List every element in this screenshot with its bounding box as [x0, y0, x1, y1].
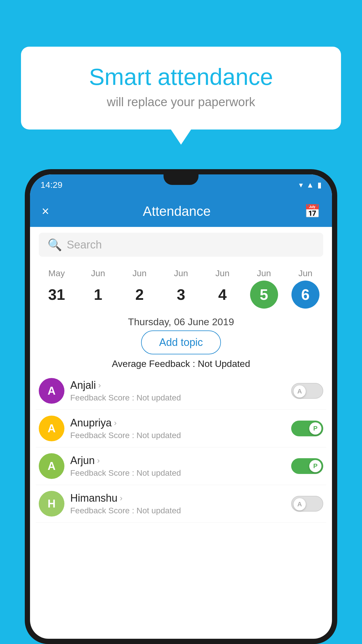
- chevron-icon: ›: [120, 494, 122, 503]
- search-icon: 🔍: [48, 238, 62, 252]
- student-list: AAnjali ›Feedback Score : Not updatedAAA…: [30, 372, 332, 523]
- feedback-score: Feedback Score : Not updated: [70, 506, 285, 515]
- calendar-button[interactable]: 📅: [304, 204, 320, 219]
- feedback-score: Feedback Score : Not updated: [70, 468, 285, 478]
- student-name: Anupriya ›: [70, 417, 285, 429]
- calendar-day[interactable]: Jun5: [248, 268, 280, 309]
- phone-inner: 14:29 ▾ ▲ ▮ × Attendance 📅 🔍 Search May3…: [30, 174, 332, 639]
- calendar-day[interactable]: Jun4: [206, 268, 238, 309]
- selected-date-label: Thursday, 06 June 2019: [30, 316, 332, 328]
- student-name: Arjun ›: [70, 454, 285, 467]
- avatar: A: [39, 378, 64, 404]
- student-item[interactable]: AAnupriya ›Feedback Score : Not updatedP: [36, 410, 326, 447]
- add-topic-button[interactable]: Add topic: [141, 330, 221, 354]
- attendance-toggle[interactable]: A: [291, 496, 323, 512]
- battery-icon: ▮: [317, 181, 321, 190]
- close-button[interactable]: ×: [42, 204, 49, 218]
- cal-month-label: Jun: [257, 268, 271, 278]
- cal-date-number: 3: [167, 281, 195, 309]
- wifi-icon: ▾: [299, 181, 303, 190]
- student-name: Anjali ›: [70, 379, 285, 391]
- status-time: 14:29: [41, 180, 62, 190]
- notch: [164, 174, 198, 185]
- toggle-knob: P: [309, 422, 321, 435]
- chevron-icon: ›: [114, 418, 117, 428]
- speech-bubble-container: Smart attendance will replace your paper…: [21, 47, 341, 130]
- cal-date-number: 2: [126, 281, 154, 309]
- cal-date-number: 1: [84, 281, 112, 309]
- calendar-strip: May31Jun1Jun2Jun3Jun4Jun5Jun6: [30, 262, 332, 312]
- attendance-toggle[interactable]: P: [291, 458, 323, 474]
- feedback-score: Feedback Score : Not updated: [70, 431, 285, 440]
- avatar: H: [39, 491, 64, 517]
- calendar-day[interactable]: Jun2: [124, 268, 156, 309]
- avg-feedback-value: Not Updated: [198, 358, 250, 369]
- student-item[interactable]: AArjun ›Feedback Score : Not updatedP: [36, 447, 326, 485]
- calendar-day[interactable]: May31: [41, 268, 73, 309]
- attendance-toggle[interactable]: P: [291, 421, 323, 436]
- chevron-icon: ›: [98, 381, 101, 390]
- toggle-knob: P: [309, 460, 321, 472]
- cal-date-number: 5: [250, 281, 278, 309]
- cal-month-label: Jun: [298, 268, 312, 278]
- cal-date-number: 4: [208, 281, 236, 309]
- app-bar-title: Attendance: [49, 203, 304, 219]
- student-info: Anjali ›Feedback Score : Not updated: [70, 379, 285, 402]
- bubble-title: Smart attendance: [44, 64, 318, 90]
- chevron-icon: ›: [97, 456, 100, 465]
- student-item[interactable]: AAnjali ›Feedback Score : Not updatedA: [36, 372, 326, 410]
- status-icons: ▾ ▲ ▮: [299, 181, 321, 190]
- student-item[interactable]: HHimanshu ›Feedback Score : Not updatedA: [36, 485, 326, 523]
- calendar-day[interactable]: Jun6: [289, 268, 321, 309]
- avatar: A: [39, 416, 64, 441]
- app-bar: × Attendance 📅: [30, 195, 332, 227]
- avg-feedback-prefix: Average Feedback :: [112, 358, 198, 369]
- cal-month-label: Jun: [215, 268, 229, 278]
- signal-icon: ▲: [306, 181, 314, 190]
- search-bar[interactable]: 🔍 Search: [39, 233, 323, 257]
- calendar-day[interactable]: Jun3: [165, 268, 197, 309]
- search-placeholder: Search: [67, 239, 102, 251]
- toggle-knob: A: [294, 385, 306, 398]
- feedback-score: Feedback Score : Not updated: [70, 393, 285, 402]
- avg-feedback: Average Feedback : Not Updated: [30, 358, 332, 369]
- avatar: A: [39, 453, 64, 479]
- cal-date-number: 31: [43, 281, 71, 309]
- cal-month-label: Jun: [174, 268, 188, 278]
- student-info: Arjun ›Feedback Score : Not updated: [70, 454, 285, 478]
- student-info: Anupriya ›Feedback Score : Not updated: [70, 417, 285, 440]
- toggle-knob: A: [294, 498, 306, 510]
- attendance-toggle[interactable]: A: [291, 383, 323, 399]
- phone-frame: 14:29 ▾ ▲ ▮ × Attendance 📅 🔍 Search May3…: [25, 169, 337, 644]
- speech-bubble: Smart attendance will replace your paper…: [21, 47, 341, 130]
- cal-month-label: May: [48, 268, 65, 278]
- cal-month-label: Jun: [91, 268, 105, 278]
- bubble-subtitle: will replace your paperwork: [44, 95, 318, 109]
- calendar-day[interactable]: Jun1: [82, 268, 114, 309]
- student-name: Himanshu ›: [70, 492, 285, 504]
- cal-date-number: 6: [291, 281, 319, 309]
- cal-month-label: Jun: [133, 268, 147, 278]
- student-info: Himanshu ›Feedback Score : Not updated: [70, 492, 285, 515]
